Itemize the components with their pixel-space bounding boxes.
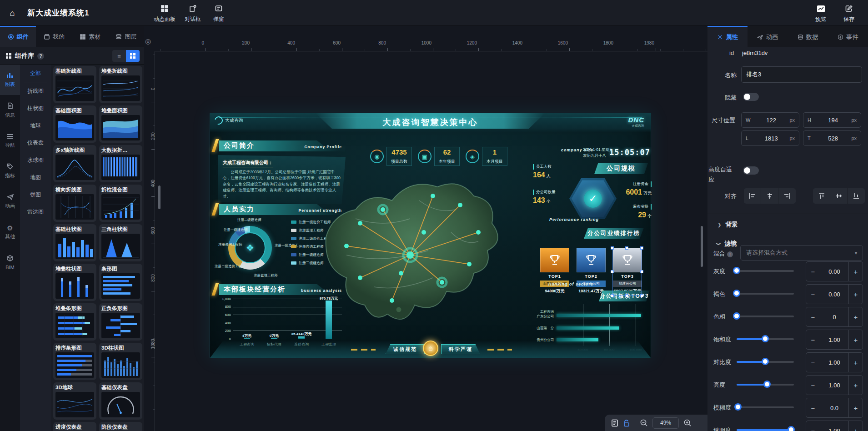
- component-card[interactable]: 大数据折…: [99, 145, 142, 182]
- component-card[interactable]: 基础面积图: [53, 105, 96, 143]
- filter-section-toggle[interactable]: ❯滤镜: [717, 240, 737, 248]
- subcategory-all[interactable]: 全部: [20, 65, 51, 82]
- background-section-toggle[interactable]: ❯背景: [717, 221, 738, 229]
- component-card[interactable]: 阶段仪表盘: [99, 422, 142, 431]
- align-middle-button[interactable]: [830, 188, 848, 204]
- category-charts[interactable]: 图表: [0, 65, 20, 95]
- left-input[interactable]: L1813px: [741, 130, 799, 146]
- hue-slider[interactable]: [737, 316, 794, 317]
- subcategory-pie[interactable]: 饼图: [20, 186, 51, 203]
- footer-button-integrity[interactable]: 诚信规范: [386, 344, 425, 354]
- dialog-button[interactable]: 对话框: [180, 3, 206, 23]
- ruler-origin-icon[interactable]: ◎: [145, 37, 151, 45]
- plus-button[interactable]: +: [849, 376, 863, 395]
- width-input[interactable]: W122px: [741, 112, 799, 128]
- blend-mode-select[interactable]: 请选择混合方式▾: [740, 245, 863, 261]
- zoom-out-icon[interactable]: [640, 419, 648, 427]
- page-outline-icon[interactable]: [611, 419, 618, 427]
- autoheight-toggle[interactable]: [743, 166, 759, 175]
- minus-button[interactable]: −: [806, 398, 820, 417]
- component-card[interactable]: 三角柱状图: [99, 224, 142, 261]
- component-card[interactable]: 3D柱状图: [99, 343, 142, 380]
- dashboard-kpi-row[interactable]: ◉ 4735项目总数 ▣ 62本年项目 ◈ 1本月项目: [370, 147, 516, 166]
- align-left-button[interactable]: [744, 188, 761, 204]
- minus-button[interactable]: −: [806, 353, 820, 372]
- category-indicator[interactable]: 指标: [0, 156, 20, 186]
- canvas-scrollbar-left[interactable]: [158, 185, 161, 209]
- component-card[interactable]: 堆叠条形图: [53, 303, 96, 341]
- library-help-icon[interactable]: ?: [37, 53, 44, 60]
- brightness-slider[interactable]: [737, 384, 794, 386]
- sepia-slider[interactable]: [737, 293, 794, 295]
- component-card[interactable]: 堆叠柱状图: [53, 264, 96, 301]
- list-view-button[interactable]: ≡: [112, 50, 126, 62]
- component-card[interactable]: 折柱混合图: [99, 185, 142, 222]
- minus-button[interactable]: −: [806, 376, 820, 395]
- category-nav[interactable]: 导航: [0, 125, 20, 156]
- align-center-h-button[interactable]: [761, 188, 778, 204]
- component-card[interactable]: 正负条形图: [99, 303, 142, 341]
- grayscale-slider[interactable]: [737, 270, 794, 272]
- rank-card-top2[interactable]: TOP2 贵州分公司 10321.47万元: [577, 248, 606, 294]
- footer-home-icon[interactable]: ⌂: [423, 341, 438, 356]
- panel-company-profile-header[interactable]: 公司简介Company Profile: [219, 140, 345, 151]
- opacity-slider[interactable]: [737, 429, 794, 431]
- blur-slider[interactable]: [737, 406, 794, 408]
- minus-button[interactable]: −: [806, 307, 820, 326]
- dashboard-artboard[interactable]: 大成咨询智慧决策中心 大成咨询 DNC 大成咨询 2025-1-01 星期五农历…: [210, 113, 651, 358]
- component-card[interactable]: 基础仪表盘: [99, 382, 142, 420]
- component-card[interactable]: 多x轴折线图: [53, 145, 96, 182]
- height-input[interactable]: H194px: [803, 112, 861, 128]
- plus-button[interactable]: +: [849, 307, 863, 326]
- china-map[interactable]: [292, 164, 519, 346]
- category-animation[interactable]: 动画: [0, 186, 20, 217]
- contrast-slider[interactable]: [737, 361, 794, 363]
- save-button[interactable]: 保存: [836, 3, 862, 23]
- component-card[interactable]: 3D地球: [53, 382, 96, 420]
- subcategory-gauge[interactable]: 仪表盘: [20, 134, 51, 151]
- preview-button[interactable]: 预览: [808, 3, 834, 23]
- align-right-button[interactable]: [778, 188, 796, 204]
- hide-toggle[interactable]: [743, 93, 759, 101]
- subcategory-liquid[interactable]: 水球图: [20, 151, 51, 169]
- subcategory-globe[interactable]: 地球: [20, 117, 51, 134]
- minus-button[interactable]: −: [806, 330, 820, 349]
- panel-company-size-header[interactable]: 公司规模: [594, 163, 648, 174]
- saturation-slider[interactable]: [737, 338, 794, 340]
- selection-box[interactable]: [612, 248, 642, 296]
- category-other[interactable]: ⚙ 其他: [0, 217, 20, 247]
- dynamic-panel-button[interactable]: 动态面板: [151, 3, 178, 23]
- top-input[interactable]: T528px: [803, 130, 861, 146]
- subcategory-bar[interactable]: 柱状图: [20, 100, 51, 117]
- component-card[interactable]: 横向折线图: [53, 185, 96, 222]
- personnel-donut-chart[interactable]: ❖: [228, 226, 272, 270]
- tab-data[interactable]: 数据: [788, 26, 828, 47]
- component-card[interactable]: 堆叠折线图: [99, 66, 142, 103]
- zoom-level-input[interactable]: 49%: [652, 417, 679, 429]
- minus-button[interactable]: −: [806, 262, 820, 281]
- minus-button[interactable]: −: [806, 421, 820, 431]
- component-card[interactable]: 基础折线图: [53, 66, 96, 103]
- grid-view-button[interactable]: [126, 50, 140, 62]
- component-card[interactable]: 排序条形图: [53, 343, 96, 380]
- rank-card-top1[interactable]: TOP1 山西第一分公司 94000万元: [540, 248, 569, 294]
- unlock-icon[interactable]: [623, 419, 630, 427]
- subcategory-radar[interactable]: 雷达图: [20, 203, 51, 221]
- tab-mine[interactable]: 我的: [36, 26, 72, 47]
- minus-button[interactable]: −: [806, 285, 820, 304]
- tab-animation[interactable]: 动画: [748, 26, 788, 47]
- canvas-scrollbar-right[interactable]: [701, 226, 703, 267]
- tab-properties[interactable]: 属性: [707, 26, 748, 47]
- align-top-button[interactable]: [813, 188, 830, 204]
- zoom-in-icon[interactable]: [683, 419, 692, 427]
- component-card[interactable]: 条形图: [99, 264, 142, 301]
- category-bim[interactable]: BIM: [0, 247, 20, 278]
- plus-button[interactable]: +: [849, 262, 863, 281]
- tab-components[interactable]: 组件: [0, 26, 36, 47]
- tab-layers[interactable]: 图层: [108, 26, 144, 47]
- tab-assets[interactable]: 素材: [72, 26, 108, 47]
- component-card[interactable]: 堆叠面积图: [99, 105, 142, 143]
- plus-button[interactable]: +: [849, 353, 863, 372]
- subcategory-map[interactable]: 地图: [20, 169, 51, 186]
- footer-button-science[interactable]: 科学严谨: [441, 344, 480, 354]
